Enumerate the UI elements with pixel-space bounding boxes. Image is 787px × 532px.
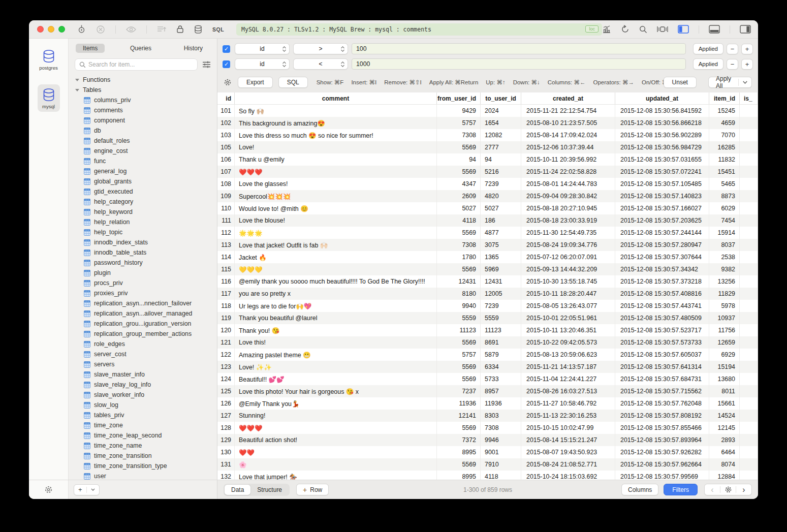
table-row[interactable]: 106Thank u @emily94942015-10-11 20:39:56…	[217, 153, 758, 166]
sidebar-table-item[interactable]: replication_asyn...ailover_managed	[69, 308, 217, 319]
column-header-comment[interactable]: comment	[235, 92, 437, 104]
table-row[interactable]: 118Ur legs are to die for🙌💖994072392015-…	[217, 300, 758, 312]
sidebar-table-item[interactable]: tables_priv	[69, 410, 217, 420]
inspector-icon[interactable]	[657, 25, 668, 33]
column-header-updated_at[interactable]: updated_at	[615, 92, 709, 104]
sidebar-table-item[interactable]: func	[69, 156, 217, 166]
toggle-bottom-panel-icon[interactable]	[709, 25, 720, 34]
sidebar-table-item[interactable]: engine_cost	[69, 146, 217, 156]
sidebar-table-item[interactable]: replication_asyn...nnection_failover	[69, 298, 217, 308]
filter-add-button[interactable]: +	[741, 44, 753, 54]
sidebar-table-item[interactable]: password_history	[69, 258, 217, 268]
sidebar-table-item[interactable]: replication_grou...iguration_version	[69, 319, 217, 329]
sidebar-table-item[interactable]: general_log	[69, 166, 217, 176]
table-row[interactable]: 128❤️❤️❤️556973082015-10-15 10:02:47.992…	[217, 422, 758, 434]
tab-items[interactable]: Items	[76, 44, 105, 53]
tab-history[interactable]: History	[177, 44, 210, 53]
filter-applied-button[interactable]: Applied	[693, 43, 723, 54]
apply-all-button[interactable]: Apply All	[708, 77, 752, 88]
table-row[interactable]: 120Thank you! 😘11123111232015-10-11 13:2…	[217, 324, 758, 336]
table-row[interactable]: 114Jacket 🔥178013652015-07-12 06:20:07.0…	[217, 251, 758, 263]
sidebar-table-item[interactable]: default_roles	[69, 136, 217, 146]
table-row[interactable]: 129Beautiful action shot!737299462015-08…	[217, 434, 758, 446]
table-row[interactable]: 103Love this dress so much 😍 so nice for…	[217, 129, 758, 141]
sidebar-table-item[interactable]: time_zone_transition	[69, 451, 217, 461]
column-header-item_id[interactable]: item_id	[709, 92, 740, 104]
close-window-button[interactable]	[37, 26, 44, 33]
table-row[interactable]: 124Beautiful!! 💕💕556957332015-11-04 12:2…	[217, 373, 758, 385]
sidebar-table-item[interactable]: global_grants	[69, 176, 217, 186]
sidebar-table-item[interactable]: help_category	[69, 197, 217, 207]
disconnect-icon[interactable]	[96, 25, 105, 34]
table-row[interactable]: 117you are so pretty x8180120052015-10-1…	[217, 288, 758, 300]
sidebar-table-item[interactable]: innodb_index_stats	[69, 237, 217, 247]
filters-button[interactable]: Filters	[664, 484, 698, 495]
sidebar-table-item[interactable]: db	[69, 126, 217, 136]
previous-page-button[interactable]: ‹	[705, 486, 720, 494]
table-row[interactable]: 121Love this!556986912015-10-22 09:42:05…	[217, 336, 758, 349]
toggle-right-panel-icon[interactable]	[740, 25, 751, 34]
column-header-id[interactable]: id	[217, 92, 235, 104]
table-row[interactable]: 111Love the blouse!41181862015-08-18 23:…	[217, 214, 758, 227]
sidebar-table-item[interactable]: slave_master_info	[69, 369, 217, 380]
sidebar-table-item[interactable]: servers	[69, 359, 217, 369]
column-header-to_user_id[interactable]: to_user_id	[481, 92, 521, 104]
sidebar-table-item[interactable]: procs_priv	[69, 278, 217, 288]
table-row[interactable]: 123Love! ✨✨556963342015-11-21 14:13:57.1…	[217, 361, 758, 373]
database-icon[interactable]	[194, 25, 202, 34]
filter-operator-select[interactable]: >	[293, 43, 348, 54]
sidebar-table-item[interactable]: time_zone	[69, 420, 217, 430]
toggle-left-panel-icon[interactable]	[678, 25, 689, 34]
table-row[interactable]: 109Supercool💥💥💥260948202015-09-04 09:28:…	[217, 190, 758, 202]
preview-eye-icon[interactable]	[126, 26, 136, 33]
table-row[interactable]: 127Stunning!1214183032015-11-13 22:30:16…	[217, 410, 758, 422]
connection-icon[interactable]	[77, 25, 86, 34]
filter-operator-select[interactable]: <	[293, 58, 348, 70]
sidebar-table-item[interactable]: user	[69, 471, 217, 480]
export-button[interactable]: Export	[238, 77, 273, 88]
filter-value-input[interactable]	[352, 43, 686, 54]
filter-applied-button[interactable]: Applied	[693, 58, 723, 70]
filter-remove-button[interactable]: −	[727, 44, 738, 54]
sidebar-table-item[interactable]: innodb_table_stats	[69, 247, 217, 258]
table-row[interactable]: 122Amazing pastel theme 😬575758792015-08…	[217, 349, 758, 361]
table-row[interactable]: 115💛💛💛556959692015-09-13 14:44:32.209201…	[217, 263, 758, 275]
gear-icon[interactable]	[44, 485, 53, 494]
table-row[interactable]: 132Love that jumper! 🏇899541182015-10-24…	[217, 471, 758, 480]
table-row[interactable]: 112🌟🌟🌟556948772015-11-30 12:54:49.735201…	[217, 227, 758, 239]
filter-column-select[interactable]: id	[235, 43, 290, 54]
add-row-button[interactable]: + Row	[296, 484, 329, 495]
gear-icon[interactable]	[720, 486, 736, 493]
search-icon[interactable]	[639, 25, 647, 34]
sql-button[interactable]: SQL	[278, 77, 308, 88]
table-row[interactable]: 131🌸556979102015-08-24 21:08:52.7712015-…	[217, 458, 758, 471]
sidebar-table-item[interactable]: comments	[69, 105, 217, 115]
table-row[interactable]: 107❤️❤️❤️556952162015-11-24 22:02:58.828…	[217, 166, 758, 178]
column-header-created_at[interactable]: created_at	[521, 92, 615, 104]
column-header-is_[interactable]: is_	[740, 92, 758, 104]
table-row[interactable]: 113Love that jacket! Outfit is fab 🙌🏻730…	[217, 239, 758, 251]
sidebar-table-item[interactable]: time_zone_leap_second	[69, 430, 217, 441]
filter-remove-button[interactable]: −	[727, 59, 738, 70]
filter-enabled-checkbox[interactable]: ✓	[223, 60, 230, 68]
chevron-down-icon[interactable]	[87, 488, 99, 491]
unset-button[interactable]: Unset	[664, 77, 697, 88]
add-item-button[interactable]: +	[74, 486, 86, 493]
table-row[interactable]: 101So fly 🙌🏼942920242015-11-21 22:12:54.…	[217, 105, 758, 117]
search-input[interactable]: Search for item...	[75, 58, 198, 71]
table-row[interactable]: 102This background is amazing😍5757165420…	[217, 117, 758, 129]
table-row[interactable]: 105Love!556927772015-12-06 10:37:39.4420…	[217, 141, 758, 153]
sidebar-table-item[interactable]: replication_group_member_actions	[69, 329, 217, 339]
sidebar-table-item[interactable]: plugin	[69, 268, 217, 278]
refresh-icon[interactable]	[621, 25, 629, 34]
tree-group-functions[interactable]: Functions	[69, 75, 217, 85]
sidebar-table-item[interactable]: slow_log	[69, 400, 217, 410]
sidebar-table-item[interactable]: proxies_priv	[69, 288, 217, 298]
sidebar-table-item[interactable]: help_topic	[69, 227, 217, 237]
sidebar-table-item[interactable]: gtid_executed	[69, 186, 217, 197]
table-row[interactable]: 110Would love to! @mith 😊502750272015-08…	[217, 202, 758, 214]
chart-icon[interactable]	[602, 25, 611, 34]
table-row[interactable]: 130❤️❤️899590012015-08-07 19:43:50.92320…	[217, 446, 758, 458]
sidebar-table-item[interactable]: time_zone_transition_type	[69, 461, 217, 471]
column-header-from_user_id[interactable]: from_user_id	[437, 92, 481, 104]
